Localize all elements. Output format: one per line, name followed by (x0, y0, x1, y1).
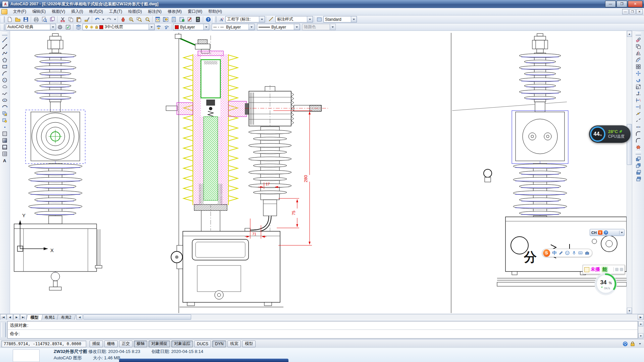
dyn-toggle[interactable]: DYN (212, 341, 226, 347)
toolbar-grip[interactable] (213, 16, 216, 22)
break-button[interactable] (634, 117, 642, 124)
toolbar-grip[interactable] (636, 152, 641, 155)
mirror-button[interactable] (634, 50, 642, 57)
construction-line-button[interactable] (1, 43, 9, 50)
markup-set-manager-button[interactable] (186, 15, 194, 23)
linetype-combo[interactable]: ByLayer (212, 24, 255, 30)
layer-combo[interactable]: 3中心线层 (83, 24, 155, 30)
command-scroll-down[interactable]: ▼ (638, 333, 643, 339)
ime-keyboard-icon[interactable] (578, 251, 583, 255)
gradient-button[interactable] (1, 137, 9, 144)
menu-item-tools[interactable]: 工具(T) (106, 8, 125, 15)
command-prompt-line[interactable]: 命令: (8, 330, 638, 338)
menu-item-window[interactable]: 窗口(W) (185, 8, 205, 15)
candidate-close-icon[interactable] (620, 268, 623, 271)
zoom-realtime-button[interactable] (127, 15, 135, 23)
explode-button[interactable] (634, 144, 642, 150)
sogou-badge-icon[interactable]: S (598, 230, 602, 235)
fillet-button[interactable] (634, 137, 642, 144)
language-help-icon[interactable]: ? (604, 230, 608, 235)
publish-button[interactable] (48, 15, 56, 23)
designcenter-button[interactable] (162, 15, 170, 23)
menu-item-dimension[interactable]: 标注(N) (145, 8, 165, 15)
paste-clip-button[interactable] (75, 15, 83, 23)
tool-palettes-button[interactable] (170, 15, 178, 23)
tab-prev-button[interactable]: ◀ (7, 314, 13, 320)
trim-button[interactable] (634, 97, 642, 104)
ortho-toggle[interactable]: 正交 (119, 341, 132, 347)
toolbar-grip[interactable] (2, 33, 7, 36)
ellipse-button[interactable] (1, 97, 9, 104)
tab-layout2[interactable]: 布局2 (57, 314, 75, 320)
mdi-restore-button[interactable]: ❐ (629, 9, 636, 14)
snap-toggle[interactable]: 捕捉 (90, 341, 103, 347)
ime-toolbox-icon[interactable] (585, 251, 589, 255)
redo-dropdown[interactable] (113, 16, 117, 23)
scroll-up-button[interactable]: ▲ (627, 31, 632, 37)
line-button[interactable] (1, 37, 9, 43)
lineweight-toggle[interactable]: 线宽 (227, 341, 241, 347)
layer-lock-icon[interactable] (94, 25, 99, 29)
save-file-button[interactable] (22, 15, 30, 23)
dwg-file-icon[interactable] (1, 9, 7, 14)
revision-cloud-button[interactable] (1, 83, 9, 90)
arc-button[interactable] (1, 70, 9, 77)
make-object-layer-current-icon[interactable] (155, 23, 163, 31)
redo-button[interactable] (105, 15, 113, 23)
array-button[interactable] (634, 63, 642, 70)
chamfer-button[interactable] (634, 130, 642, 137)
my-workspace-icon[interactable] (64, 23, 72, 31)
make-block-button[interactable] (1, 117, 9, 124)
break-at-point-button[interactable] (634, 110, 642, 117)
pan-realtime-button[interactable] (119, 15, 127, 23)
bring-above-objects-button[interactable] (634, 169, 642, 176)
stretch-button[interactable] (634, 90, 642, 97)
open-file-button[interactable] (14, 15, 22, 23)
properties-palette-button[interactable] (154, 15, 162, 23)
layer-properties-manager-icon[interactable] (74, 23, 83, 31)
mdi-close-button[interactable]: ✕ (636, 9, 643, 14)
ducs-toggle[interactable]: DUCS (194, 341, 211, 347)
text-style-combo[interactable]: 工程字 (标注: (225, 16, 265, 22)
hatch-button[interactable] (1, 130, 9, 137)
drawing-canvas[interactable]: Y X (10, 31, 627, 314)
scroll-right-button[interactable]: ▶ (638, 314, 644, 320)
color-combo[interactable]: ByLayer (173, 24, 209, 30)
minimize-button[interactable]: — (605, 1, 616, 7)
horizontal-scroll-thumb[interactable] (83, 314, 191, 320)
ime-emoji-icon[interactable] (565, 251, 570, 255)
insert-block-button[interactable] (1, 110, 9, 117)
plot-preview-button[interactable] (40, 15, 48, 23)
menu-item-draw[interactable]: 绘图(D) (125, 8, 145, 15)
tab-model[interactable]: 模型 (26, 314, 43, 320)
scroll-down-button[interactable]: ▼ (627, 308, 632, 314)
restore-button[interactable]: ❐ (616, 1, 627, 7)
command-scroll-up[interactable]: ▲ (638, 321, 643, 326)
rectangle-button[interactable] (1, 63, 9, 70)
progress-gauge-widget[interactable]: 34 % 0K/s (593, 272, 618, 296)
menu-item-view[interactable]: 视图(V) (49, 8, 68, 15)
point-button[interactable] (1, 124, 9, 130)
workspace-combo[interactable]: AutoCAD 经典 (6, 24, 56, 30)
tab-first-button[interactable]: |◀ (0, 314, 6, 320)
dim-style-combo[interactable]: 标注样式 (275, 16, 313, 22)
tab-layout1[interactable]: 布局1 (40, 314, 59, 320)
language-bar-options-icon[interactable] (621, 232, 623, 233)
language-bar[interactable]: CH S ? (590, 229, 625, 236)
extend-button[interactable] (634, 104, 642, 110)
copy-object-button[interactable] (634, 43, 642, 50)
sheetset-manager-button[interactable] (178, 15, 186, 23)
model-space-toggle[interactable]: 模型 (242, 341, 256, 347)
offset-button[interactable] (634, 57, 642, 63)
command-window-grip[interactable] (1, 322, 6, 337)
mdi-minimize-button[interactable]: — (622, 9, 629, 14)
undo-dropdown[interactable] (101, 16, 105, 23)
layer-on-bulb-icon[interactable] (84, 25, 89, 29)
menu-item-help[interactable]: 帮助(H) (205, 8, 225, 15)
rotate-button[interactable] (634, 77, 642, 83)
circle-button[interactable] (1, 77, 9, 83)
cpu-temperature-widget[interactable]: 44% 28°C CPU温度 (589, 125, 631, 143)
copy-clip-button[interactable] (67, 15, 75, 23)
status-menu-arrow-icon[interactable] (637, 341, 643, 347)
menu-item-file[interactable]: 文件(F) (10, 8, 29, 15)
